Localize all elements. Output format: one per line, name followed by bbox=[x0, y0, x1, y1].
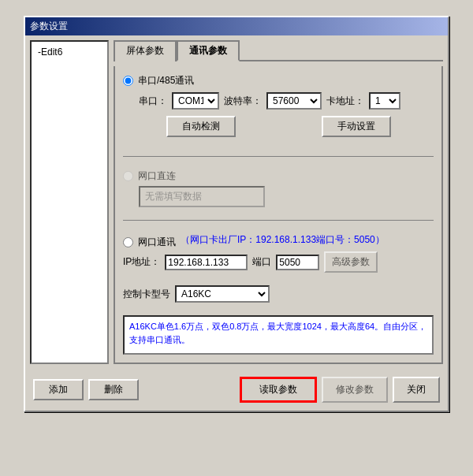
card-type-row: 控制卡型号 A16KC bbox=[123, 285, 434, 303]
port-input[interactable] bbox=[276, 255, 319, 270]
left-panel: -Edit6 bbox=[30, 40, 109, 364]
port-label: 串口： bbox=[139, 95, 167, 108]
close-button[interactable]: 关闭 bbox=[393, 377, 440, 403]
content-area: -Edit6 屏体参数 通讯参数 串口/485通讯 bbox=[25, 35, 448, 369]
right-panel: 屏体参数 通讯参数 串口/485通讯 串口： CO bbox=[114, 40, 443, 364]
port-select[interactable]: COM1 bbox=[172, 92, 219, 110]
divider2 bbox=[123, 220, 434, 221]
direct-radio-row: 网口直连 bbox=[123, 169, 434, 183]
radio-group: 串口/485通讯 串口： COM1 波特率： 57600 卡地址： bbox=[123, 74, 434, 355]
serial-radio[interactable] bbox=[123, 76, 133, 86]
network-info-text: （网口卡出厂IP：192.168.1.133端口号：5050） bbox=[181, 233, 385, 247]
card-type-label: 控制卡型号 bbox=[123, 288, 170, 301]
network-section: 网口通讯 （网口卡出厂IP：192.168.1.133端口号：5050） IP地… bbox=[123, 233, 434, 277]
titlebar: 参数设置 bbox=[25, 17, 448, 35]
direct-section: 网口直连 无需填写数据 bbox=[123, 169, 434, 207]
serial-section: 串口/485通讯 串口： COM1 波特率： 57600 卡地址： bbox=[123, 74, 434, 143]
ip-row: IP地址： 端口 高级参数 bbox=[123, 251, 434, 273]
delete-button[interactable]: 删除 bbox=[88, 379, 139, 400]
serial-radio-label: 串口/485通讯 bbox=[138, 74, 194, 87]
addr-label: 卡地址： bbox=[326, 95, 364, 108]
tab-bar: 屏体参数 通讯参数 bbox=[114, 40, 443, 61]
left-action-buttons: 添加 删除 bbox=[33, 379, 139, 400]
divider1 bbox=[123, 156, 434, 157]
tab-content: 串口/485通讯 串口： COM1 波特率： 57600 卡地址： bbox=[114, 66, 443, 364]
serial-form-row: 串口： COM1 波特率： 57600 卡地址： 1 bbox=[139, 92, 434, 110]
auto-detect-button[interactable]: 自动检测 bbox=[166, 116, 236, 137]
direct-placeholder: 无需填写数据 bbox=[139, 186, 265, 207]
direct-radio[interactable] bbox=[123, 171, 133, 181]
serial-buttons: 自动检测 手动设置 bbox=[123, 116, 434, 137]
main-window: 参数设置 -Edit6 屏体参数 通讯参数 串口/485通讯 bbox=[24, 16, 449, 412]
read-params-button[interactable]: 读取参数 bbox=[240, 377, 317, 403]
tab-screen-params[interactable]: 屏体参数 bbox=[114, 40, 177, 61]
add-button[interactable]: 添加 bbox=[33, 379, 84, 400]
left-panel-item[interactable]: -Edit6 bbox=[35, 45, 104, 59]
baud-label: 波特率： bbox=[224, 95, 262, 108]
manual-set-button[interactable]: 手动设置 bbox=[322, 116, 391, 137]
tab-comm-params[interactable]: 通讯参数 bbox=[177, 40, 240, 61]
bottom-area: 添加 删除 读取参数 修改参数 关闭 bbox=[25, 372, 448, 411]
network-radio[interactable] bbox=[123, 237, 133, 247]
direct-radio-label: 网口直连 bbox=[138, 169, 176, 183]
ip-label: IP地址： bbox=[123, 255, 160, 269]
network-radio-label: 网口通讯 bbox=[138, 236, 176, 249]
card-type-select[interactable]: A16KC bbox=[175, 285, 270, 303]
advanced-params-button[interactable]: 高级参数 bbox=[324, 251, 378, 273]
right-action-buttons: 读取参数 修改参数 关闭 bbox=[240, 377, 440, 403]
port-label-net: 端口 bbox=[252, 255, 271, 269]
window-title: 参数设置 bbox=[30, 20, 68, 33]
network-radio-row: 网口通讯 （网口卡出厂IP：192.168.1.133端口号：5050） bbox=[123, 233, 434, 251]
serial-radio-row: 串口/485通讯 bbox=[123, 74, 434, 87]
addr-select[interactable]: 1 bbox=[369, 92, 400, 110]
ip-input[interactable] bbox=[165, 255, 248, 270]
info-box: A16KC单色1.6万点，双色0.8万点，最大宽度1024，最大高度64。自由分… bbox=[123, 315, 434, 355]
direct-input-area: 无需填写数据 bbox=[139, 186, 434, 207]
baud-select[interactable]: 57600 bbox=[266, 92, 322, 110]
modify-params-button[interactable]: 修改参数 bbox=[322, 377, 388, 403]
